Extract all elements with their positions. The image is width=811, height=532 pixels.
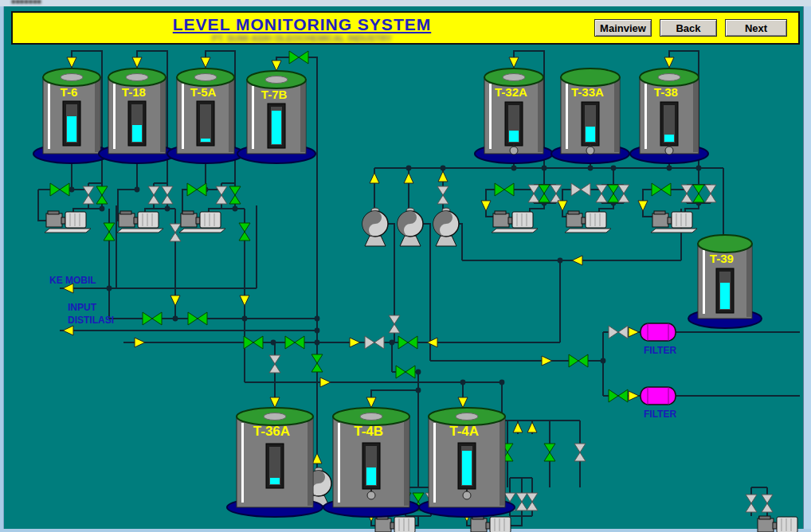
flow-arrow-d [67,57,76,68]
pipe-junction [69,187,75,193]
tank-label-T-6: T-6 [61,85,78,99]
scada-window: ■■■■■■■ LEVEL MONITORING SYSTEM PT. SUMI… [0,0,811,532]
flow-arrow-r [542,356,552,366]
valve-closed-v-4 [216,186,227,204]
valve-closed-v-29 [516,493,527,510]
tank-T-33A [551,68,629,163]
valve-open-h-7 [188,312,207,325]
ke-mobil-label: KE MOBIL [49,275,96,286]
valve-open-h-11 [398,336,417,349]
flow-arrow-d [458,397,468,408]
valve-open-h-8 [244,336,263,349]
valve-closed-v-10 [528,185,539,202]
valve-closed-h-4 [571,183,590,196]
flow-arrow-d [170,295,180,306]
pipe-junction [271,340,276,346]
valve-closed-v-12 [550,185,562,202]
valve-closed-v-9 [437,186,449,204]
tank-label-T-4A: T-4A [449,424,479,439]
flow-arrow-d [481,201,491,211]
valve-open-v-6 [104,223,115,241]
valve-open-v-23 [544,444,555,461]
flow-arrow-l [63,326,73,335]
pump-motor-assembly-1 [117,211,163,233]
valve-open-v-20 [311,354,323,372]
pipe-junction [390,340,395,346]
flow-arrow-d [509,57,519,68]
flow-arrow-u [370,173,379,183]
tank-T-7B [237,71,315,163]
valve-open-h-2 [289,51,308,64]
flow-arrow-r [350,338,360,347]
ball-pump-0 [362,208,388,246]
filter-vessel-0 [641,323,676,341]
pipe [371,390,418,408]
tank-label-T-4B: T-4B [354,424,383,439]
flow-arrow-d [272,61,281,71]
flow-arrow-r [629,391,639,401]
valve-open-h-12 [396,366,415,378]
valve-open-v-8 [239,223,250,241]
valve-open-h-5 [652,183,671,196]
flow-arrow-d [558,201,567,211]
pipe-junction [441,166,446,171]
valve-closed-v-19 [389,315,400,333]
valve-closed-h-10 [365,336,384,349]
pipe-junction [500,380,505,385]
pipe-junction [242,316,248,322]
tank-label-T-36A: T-36A [253,424,290,439]
pipe-junction [315,340,320,346]
valve-open-h-1 [187,183,206,196]
flow-arrow-u [513,422,523,432]
ball-pump-2 [433,208,459,246]
valve-open-h-3 [495,183,514,196]
tank-label-T-38: T-38 [654,85,678,99]
tank-label-T-7B: T-7B [261,88,288,101]
pipe-junction [165,206,170,212]
pipe-junction [416,388,421,393]
valve-open-h-15 [609,389,628,402]
pipe-junction [558,258,563,264]
valve-closed-v-21 [269,355,280,373]
valve-closed-v-30 [527,493,538,510]
pump-motor-assembly-5 [651,211,697,233]
pipe-junction [611,166,617,171]
valve-open-v-17 [693,185,704,202]
valve-open-h-9 [285,336,304,349]
pump-motor-assembly-4 [565,211,611,233]
flow-arrow-u [527,422,537,432]
pipe-junction [588,166,594,171]
flow-arrow-u [438,171,448,182]
pipe-junction [460,380,466,385]
flow-arrow-u [404,173,413,183]
filter-label-1: FILTER [644,409,676,420]
pipe-junction [315,328,320,334]
flow-arrow-d [270,397,280,408]
valve-closed-v-2 [148,186,159,204]
pipe-junction [667,166,672,171]
pump-motor-assembly-3 [492,211,538,233]
input-label-2: DISTILASI [68,315,114,326]
flow-arrow-d [132,57,142,68]
flow-arrow-r [629,327,639,337]
tank-label-T-5A: T-5A [190,85,217,99]
pump-motor-assembly-7 [469,516,515,532]
valve-open-v-1 [96,186,108,204]
pipe-junction [542,166,547,171]
input-label-1: INPUT [68,302,97,313]
valve-closed-v-16 [681,185,692,202]
tank-T-39 [688,235,762,328]
valve-closed-v-15 [618,185,629,202]
flow-arrow-d [240,295,249,306]
flow-arrow-d [201,57,210,68]
valve-closed-v-24 [574,444,586,461]
flow-arrow-l [427,338,437,347]
filter-vessel-1 [641,387,676,405]
pipe-junction [135,187,140,193]
valve-open-h-6 [143,312,162,325]
pump-motor-assembly-0 [45,211,91,233]
valve-open-v-5 [229,186,241,204]
valve-closed-h-14 [609,326,628,338]
pipe-junction [173,316,178,322]
valve-open-h-0 [50,183,69,196]
